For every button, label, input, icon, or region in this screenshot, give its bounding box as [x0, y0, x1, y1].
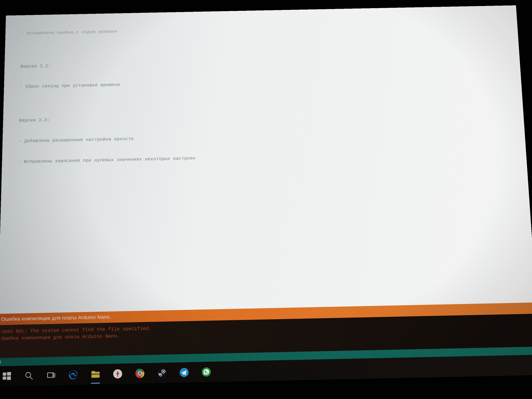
- svg-rect-11: [91, 374, 100, 375]
- code-line: - Сброс секунд при установке времени: [14, 73, 517, 90]
- svg-rect-2: [3, 376, 6, 380]
- yandex-icon: [113, 369, 123, 379]
- code-line: - Исправлены зависания при нулевых значе…: [13, 148, 522, 165]
- screen: - Исправлена ошибка с ходом времени Верс…: [0, 5, 532, 399]
- code-line: Версия 2.2:: [15, 53, 515, 70]
- whatsapp-icon: [202, 367, 211, 377]
- telegram-icon: [179, 367, 189, 378]
- taskbar-yandex-button[interactable]: [112, 368, 124, 380]
- file-explorer-icon: [91, 369, 101, 380]
- svg-rect-10: [91, 371, 95, 373]
- svg-rect-6: [48, 373, 53, 378]
- taskbar-search-button[interactable]: [23, 370, 35, 382]
- code-line: - Добавлены расширенные настройки яркост…: [13, 127, 520, 145]
- taskbar-steam-button[interactable]: [156, 367, 168, 379]
- svg-point-16: [158, 368, 166, 378]
- taskbar-telegram-button[interactable]: [178, 366, 190, 378]
- error-banner-text: Ошибка компиляции для платы Arduino Nano…: [1, 314, 111, 322]
- code-line: [15, 40, 514, 50]
- chrome-icon: [135, 368, 145, 379]
- code-line: Версия 2.3:: [13, 107, 519, 124]
- svg-rect-0: [3, 373, 6, 376]
- svg-line-5: [30, 377, 33, 380]
- code-editor[interactable]: - Исправлена ошибка с ходом времени Верс…: [0, 5, 532, 314]
- taskbar-start-button[interactable]: [1, 370, 13, 382]
- start-icon: [2, 371, 12, 381]
- svg-rect-1: [7, 372, 11, 376]
- code-line: [14, 94, 518, 104]
- taskbar-edge-button[interactable]: [67, 369, 79, 381]
- taskbar-taskview-button[interactable]: [45, 369, 57, 381]
- taskbar-file-explorer-button[interactable]: [90, 368, 101, 380]
- task-view-icon: [46, 370, 56, 380]
- steam-icon: [157, 368, 167, 378]
- svg-rect-3: [7, 376, 11, 380]
- taskbar-chrome-button[interactable]: [134, 367, 146, 379]
- taskbar-whatsapp-button[interactable]: [200, 366, 212, 378]
- search-icon: [24, 371, 34, 381]
- edge-icon: [69, 370, 78, 380]
- code-line: - Исправлена ошибка с ходом времени: [16, 20, 513, 37]
- svg-point-4: [26, 372, 31, 378]
- status-text: 1: [0, 360, 1, 364]
